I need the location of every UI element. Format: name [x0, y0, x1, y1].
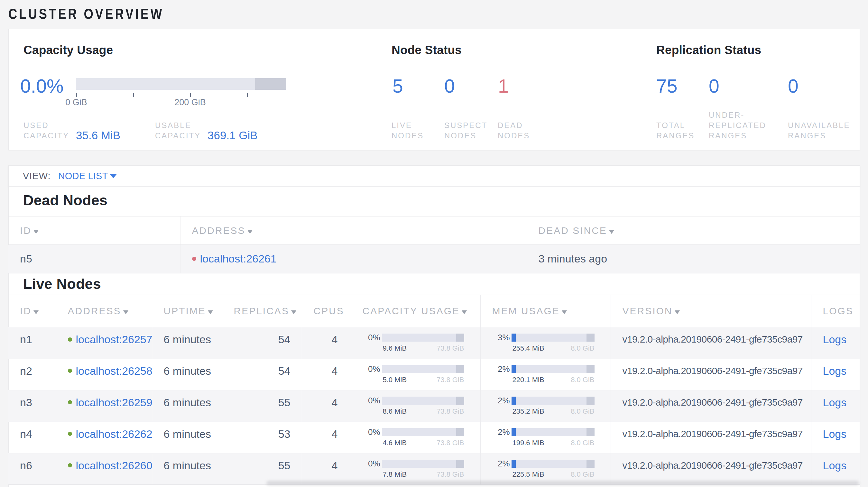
page-title: CLUSTER OVERVIEW [8, 5, 164, 23]
capacity-usage-bar [76, 78, 286, 90]
capacity-used-value: 5.0 MiB [383, 376, 407, 384]
column-label: REPLICAS [234, 305, 289, 316]
dead-node-id: n5 [8, 245, 180, 273]
live-node-memory-cell: 2% 235.2 MiB 8.0 GiB [480, 390, 611, 422]
live-col-capacity-usage[interactable]: CAPACITY USAGE [351, 295, 480, 327]
usage-values-row: 9.6 MiB 73.8 GiB [363, 344, 464, 353]
capacity-total-value: 73.8 GiB [437, 344, 464, 353]
axis-tick [76, 93, 77, 97]
under-replicated-label: UNDER-REPLICATED RANGES [709, 110, 760, 141]
live-col-address[interactable]: ADDRESS [56, 295, 152, 327]
dead-node-address-link[interactable]: localhost:26261 [200, 253, 277, 265]
live-col-mem-usage[interactable]: MEM USAGE [480, 295, 611, 327]
sort-desc-icon [33, 311, 39, 314]
live-node-address-cell: localhost:26262 [56, 422, 152, 453]
live-node-uptime: 6 minutes [152, 359, 222, 390]
live-node-version: v19.2.0-alpha.20190606-2491-gfe735c9a97 [611, 359, 811, 390]
sort-desc-icon [208, 311, 213, 314]
unavailable-ranges-count: 0 [788, 77, 799, 96]
total-ranges-count: 75 [656, 77, 678, 96]
capacity-bar-other-segment [456, 460, 464, 468]
live-node-id: n2 [8, 359, 56, 390]
live-node-address-link[interactable]: localhost:26262 [76, 428, 153, 440]
sort-desc-icon [562, 311, 567, 314]
column-label: ID [20, 225, 32, 236]
live-node-logs-link[interactable]: Logs [823, 459, 847, 472]
live-node-address-link[interactable]: localhost:26257 [76, 333, 153, 346]
live-node-logs-link[interactable]: Logs [823, 333, 847, 346]
live-node-address-cell: localhost:26257 [56, 327, 152, 359]
live-node-version: v19.2.0-alpha.20190606-2491-gfe735c9a97 [611, 390, 811, 422]
memory-bar-other-segment [587, 365, 594, 373]
live-node-logs-link[interactable]: Logs [823, 428, 847, 440]
memory-bar [512, 460, 594, 468]
capacity-percent: 0% [363, 459, 380, 469]
memory-bar-other-segment [587, 460, 594, 468]
capacity-axis-labels: 0 GiB 200 GiB [76, 97, 286, 107]
capacity-bar [382, 428, 464, 436]
dead-col-id[interactable]: ID [8, 217, 180, 245]
usage-values-row: 4.6 MiB 73.8 GiB [363, 439, 464, 447]
node-status-title: Node Status [392, 43, 462, 57]
capacity-used-value: 7.8 MiB [383, 470, 407, 479]
live-node-row: n2 localhost:26258 6 minutes 54 4 0% 5.0… [8, 359, 860, 390]
live-col-id[interactable]: ID [8, 295, 56, 327]
live-node-cpus: 4 [302, 453, 351, 485]
usage-bar-row: 0% [363, 459, 464, 469]
dead-col-dead-since[interactable]: DEAD SINCE [527, 217, 860, 245]
memory-total-value: 8.0 GiB [571, 344, 594, 353]
live-col-version[interactable]: VERSION [611, 295, 811, 327]
memory-total-value: 8.0 GiB [571, 376, 594, 384]
view-selector-bar: VIEW: NODE LIST [8, 165, 860, 187]
dead-col-address[interactable]: ADDRESS [180, 217, 527, 245]
axis-tick [190, 93, 191, 97]
live-node-replicas: 55 [222, 453, 302, 485]
memory-bar [512, 365, 594, 373]
live-node-logs-cell: Logs [811, 359, 860, 390]
memory-percent: 2% [492, 396, 510, 405]
column-label: ID [20, 305, 32, 316]
live-col-logs[interactable]: LOGS [811, 295, 860, 327]
horizontal-scrollbar-thumb[interactable] [267, 481, 859, 485]
memory-used-value: 225.5 MiB [513, 470, 544, 479]
usage-bar-row: 2% [492, 427, 594, 437]
live-node-address-cell: localhost:26258 [56, 359, 152, 390]
live-col-replicas[interactable]: REPLICAS [222, 295, 302, 327]
chevron-down-icon [110, 174, 117, 178]
live-node-logs-cell: Logs [811, 327, 860, 359]
live-node-address-link[interactable]: localhost:26259 [76, 396, 153, 409]
capacity-percent: 0% [363, 364, 380, 374]
live-node-logs-link[interactable]: Logs [823, 365, 847, 377]
usage-values-row: 220.1 MiB 8.0 GiB [492, 376, 594, 384]
dead-node-row: n5 localhost:26261 3 minutes ago [8, 245, 860, 273]
memory-percent: 2% [492, 364, 510, 374]
capacity-total-value: 73.8 GiB [437, 470, 464, 479]
memory-bar-used-segment [512, 460, 516, 468]
node-status-section: Node Status 5 LIVE NODES 0 SUSPECT NODES… [392, 29, 617, 150]
sort-desc-icon [462, 311, 467, 314]
usage-bar-row: 0% [363, 333, 464, 343]
capacity-used-value: 4.6 MiB [383, 439, 407, 447]
dead-nodes-table: ID ADDRESS DEAD SINCE n5 localhost:26261… [8, 216, 860, 273]
live-node-version: v19.2.0-alpha.20190606-2491-gfe735c9a97 [611, 453, 811, 485]
live-node-logs-link[interactable]: Logs [823, 396, 847, 409]
live-node-capacity-cell: 0% 4.6 MiB 73.8 GiB [351, 422, 480, 453]
live-col-cpus[interactable]: CPUS [302, 295, 351, 327]
view-selector-dropdown[interactable]: NODE LIST [58, 171, 117, 182]
under-replicated-count: 0 [709, 77, 719, 96]
live-node-uptime: 6 minutes [152, 327, 222, 359]
memory-used-value: 199.6 MiB [513, 439, 544, 447]
memory-bar-used-segment [512, 428, 516, 436]
live-node-address-link[interactable]: localhost:26260 [76, 459, 153, 472]
used-capacity-label: USED CAPACITY [24, 120, 75, 141]
memory-used-value: 220.1 MiB [513, 376, 544, 384]
usage-values-row: 8.6 MiB 73.8 GiB [363, 407, 464, 416]
live-node-logs-cell: Logs [811, 453, 860, 485]
sort-desc-icon [609, 230, 614, 234]
live-node-capacity-cell: 0% 8.6 MiB 73.8 GiB [351, 390, 480, 422]
live-nodes-label: LIVE NODES [392, 120, 443, 141]
live-node-address-cell: localhost:26259 [56, 390, 152, 422]
live-col-uptime[interactable]: UPTIME [152, 295, 222, 327]
live-node-cpus: 4 [302, 422, 351, 453]
live-node-address-link[interactable]: localhost:26258 [76, 365, 153, 377]
